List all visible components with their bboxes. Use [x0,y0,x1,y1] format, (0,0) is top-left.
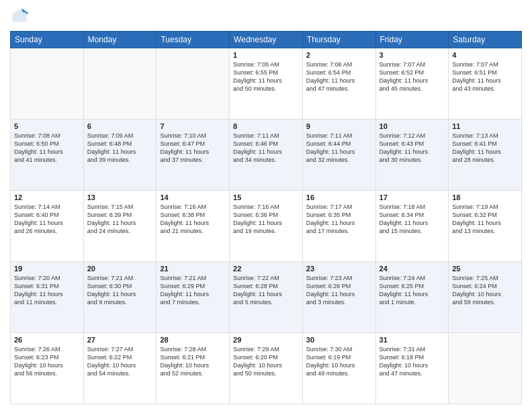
calendar-day-cell: 5Sunrise: 7:08 AM Sunset: 6:50 PM Daylig… [11,120,84,191]
day-number: 13 [87,193,153,201]
day-info: Sunrise: 7:09 AM Sunset: 6:48 PM Dayligh… [87,132,153,165]
day-number: 25 [452,265,518,273]
day-number: 6 [87,122,153,130]
calendar-table: SundayMondayTuesdayWednesdayThursdayFrid… [10,31,522,404]
day-info: Sunrise: 7:11 AM Sunset: 6:44 PM Dayligh… [306,132,372,165]
day-number: 9 [306,122,372,130]
day-number: 8 [233,122,299,130]
day-info: Sunrise: 7:08 AM Sunset: 6:50 PM Dayligh… [14,132,80,165]
calendar-header-thursday: Thursday [302,32,375,48]
day-info: Sunrise: 7:13 AM Sunset: 6:41 PM Dayligh… [452,132,518,165]
calendar-day-cell: 8Sunrise: 7:11 AM Sunset: 6:46 PM Daylig… [230,120,303,191]
calendar-day-cell: 31Sunrise: 7:31 AM Sunset: 6:18 PM Dayli… [375,333,449,404]
calendar-day-cell: 9Sunrise: 7:11 AM Sunset: 6:44 PM Daylig… [302,120,375,191]
day-info: Sunrise: 7:10 AM Sunset: 6:47 PM Dayligh… [160,132,226,165]
logo-icon [10,7,29,26]
day-info: Sunrise: 7:17 AM Sunset: 6:35 PM Dayligh… [306,203,372,236]
day-number: 11 [452,122,518,130]
calendar-day-cell: 15Sunrise: 7:16 AM Sunset: 6:36 PM Dayli… [230,191,303,262]
day-number: 4 [452,51,518,59]
day-info: Sunrise: 7:21 AM Sunset: 6:30 PM Dayligh… [87,274,153,307]
calendar-day-cell: 14Sunrise: 7:16 AM Sunset: 6:38 PM Dayli… [157,191,230,262]
calendar-week-row: 1Sunrise: 7:05 AM Sunset: 6:55 PM Daylig… [11,48,522,120]
day-number: 19 [14,265,80,273]
calendar-day-cell: 18Sunrise: 7:19 AM Sunset: 6:32 PM Dayli… [449,191,522,262]
calendar-week-row: 5Sunrise: 7:08 AM Sunset: 6:50 PM Daylig… [11,120,522,191]
calendar-day-cell [83,48,157,120]
day-number: 27 [87,336,153,344]
calendar-day-cell: 3Sunrise: 7:07 AM Sunset: 6:52 PM Daylig… [375,48,449,120]
calendar-day-cell: 26Sunrise: 7:26 AM Sunset: 6:23 PM Dayli… [11,333,84,404]
day-info: Sunrise: 7:14 AM Sunset: 6:40 PM Dayligh… [14,203,80,236]
header [10,7,522,26]
calendar-day-cell: 13Sunrise: 7:15 AM Sunset: 6:39 PM Dayli… [83,191,157,262]
day-info: Sunrise: 7:28 AM Sunset: 6:21 PM Dayligh… [160,345,226,378]
calendar-week-row: 12Sunrise: 7:14 AM Sunset: 6:40 PM Dayli… [11,191,522,262]
calendar-day-cell [449,333,522,404]
day-info: Sunrise: 7:27 AM Sunset: 6:22 PM Dayligh… [87,345,153,378]
day-info: Sunrise: 7:18 AM Sunset: 6:34 PM Dayligh… [380,203,445,236]
day-info: Sunrise: 7:24 AM Sunset: 6:25 PM Dayligh… [380,274,445,307]
calendar-day-cell: 16Sunrise: 7:17 AM Sunset: 6:35 PM Dayli… [302,191,375,262]
calendar-day-cell: 11Sunrise: 7:13 AM Sunset: 6:41 PM Dayli… [449,120,522,191]
calendar-day-cell: 28Sunrise: 7:28 AM Sunset: 6:21 PM Dayli… [157,333,230,404]
day-info: Sunrise: 7:16 AM Sunset: 6:38 PM Dayligh… [160,203,226,236]
day-info: Sunrise: 7:23 AM Sunset: 6:26 PM Dayligh… [306,274,372,307]
day-info: Sunrise: 7:19 AM Sunset: 6:32 PM Dayligh… [452,203,518,236]
day-number: 5 [14,122,80,130]
day-info: Sunrise: 7:05 AM Sunset: 6:55 PM Dayligh… [233,60,299,93]
calendar-day-cell: 6Sunrise: 7:09 AM Sunset: 6:48 PM Daylig… [83,120,157,191]
day-info: Sunrise: 7:07 AM Sunset: 6:51 PM Dayligh… [452,60,518,93]
calendar-header-tuesday: Tuesday [157,32,230,48]
day-number: 7 [160,122,226,130]
calendar-day-cell [11,48,84,120]
day-number: 1 [233,51,299,59]
day-info: Sunrise: 7:21 AM Sunset: 6:29 PM Dayligh… [160,274,226,307]
day-number: 20 [87,265,153,273]
day-number: 29 [233,336,299,344]
day-info: Sunrise: 7:20 AM Sunset: 6:31 PM Dayligh… [14,274,80,307]
calendar-day-cell: 2Sunrise: 7:06 AM Sunset: 6:54 PM Daylig… [302,48,375,120]
day-number: 17 [380,193,445,201]
calendar-day-cell: 19Sunrise: 7:20 AM Sunset: 6:31 PM Dayli… [11,262,84,333]
day-number: 14 [160,193,226,201]
day-number: 18 [452,193,518,201]
calendar-header-friday: Friday [375,32,449,48]
calendar-day-cell: 1Sunrise: 7:05 AM Sunset: 6:55 PM Daylig… [230,48,303,120]
calendar-day-cell: 22Sunrise: 7:22 AM Sunset: 6:28 PM Dayli… [230,262,303,333]
calendar-day-cell: 25Sunrise: 7:25 AM Sunset: 6:24 PM Dayli… [449,262,522,333]
day-number: 31 [380,336,445,344]
calendar-header-sunday: Sunday [11,32,84,48]
day-number: 28 [160,336,226,344]
day-info: Sunrise: 7:22 AM Sunset: 6:28 PM Dayligh… [233,274,299,307]
day-info: Sunrise: 7:15 AM Sunset: 6:39 PM Dayligh… [87,203,153,236]
calendar-day-cell: 7Sunrise: 7:10 AM Sunset: 6:47 PM Daylig… [157,120,230,191]
day-number: 2 [306,51,372,59]
day-number: 12 [14,193,80,201]
day-info: Sunrise: 7:06 AM Sunset: 6:54 PM Dayligh… [306,60,372,93]
calendar-day-cell: 20Sunrise: 7:21 AM Sunset: 6:30 PM Dayli… [83,262,157,333]
calendar-day-cell: 21Sunrise: 7:21 AM Sunset: 6:29 PM Dayli… [157,262,230,333]
calendar-day-cell: 12Sunrise: 7:14 AM Sunset: 6:40 PM Dayli… [11,191,84,262]
day-number: 24 [380,265,445,273]
calendar-header-row: SundayMondayTuesdayWednesdayThursdayFrid… [11,32,522,48]
page: SundayMondayTuesdayWednesdayThursdayFrid… [0,0,532,411]
day-number: 23 [306,265,372,273]
day-number: 10 [380,122,445,130]
day-number: 3 [380,51,445,59]
calendar-day-cell: 24Sunrise: 7:24 AM Sunset: 6:25 PM Dayli… [375,262,449,333]
day-info: Sunrise: 7:11 AM Sunset: 6:46 PM Dayligh… [233,132,299,165]
calendar-day-cell [157,48,230,120]
calendar-day-cell: 30Sunrise: 7:30 AM Sunset: 6:19 PM Dayli… [302,333,375,404]
day-number: 30 [306,336,372,344]
day-info: Sunrise: 7:07 AM Sunset: 6:52 PM Dayligh… [380,60,445,93]
day-number: 21 [160,265,226,273]
day-info: Sunrise: 7:25 AM Sunset: 6:24 PM Dayligh… [452,274,518,307]
day-number: 26 [14,336,80,344]
calendar-day-cell: 27Sunrise: 7:27 AM Sunset: 6:22 PM Dayli… [83,333,157,404]
calendar-day-cell: 4Sunrise: 7:07 AM Sunset: 6:51 PM Daylig… [449,48,522,120]
calendar-week-row: 19Sunrise: 7:20 AM Sunset: 6:31 PM Dayli… [11,262,522,333]
calendar-header-monday: Monday [83,32,157,48]
day-number: 22 [233,265,299,273]
day-info: Sunrise: 7:26 AM Sunset: 6:23 PM Dayligh… [14,345,80,378]
